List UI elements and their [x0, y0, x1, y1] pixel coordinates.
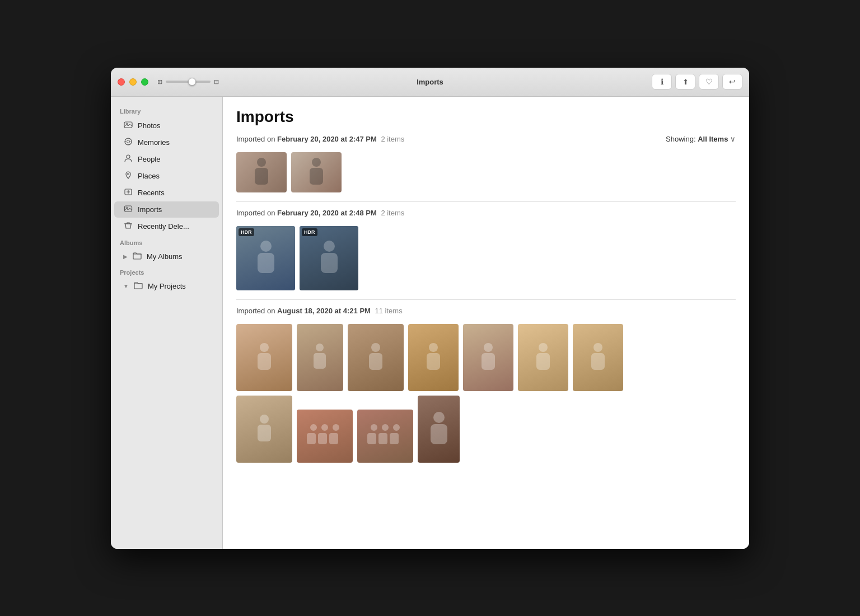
svg-rect-34 — [591, 353, 605, 370]
import-group-1-date: February 20, 2020 at 2:47 PM — [277, 135, 377, 143]
app-window: ⊞ ⊟ Imports ℹ ⬆ ♡ ↩ Library — [111, 68, 749, 549]
share-button[interactable]: ⬆ — [675, 74, 695, 90]
sidebar-item-places[interactable]: Places — [114, 168, 219, 184]
svg-rect-42 — [329, 433, 338, 444]
svg-point-44 — [382, 424, 389, 431]
svg-point-13 — [257, 158, 266, 167]
svg-point-31 — [539, 343, 548, 352]
photo-thumb[interactable] — [297, 410, 353, 463]
svg-rect-41 — [318, 433, 327, 444]
albums-section-label: Albums — [111, 235, 222, 248]
maximize-button[interactable] — [141, 78, 148, 86]
svg-point-25 — [371, 343, 380, 352]
svg-rect-30 — [482, 353, 495, 370]
favorite-button[interactable]: ♡ — [699, 74, 719, 90]
projects-section-label: Projects — [111, 265, 222, 278]
showing-value: All Items — [698, 135, 728, 143]
main-content: Imports Imported on February 20, 2020 at… — [223, 97, 749, 549]
svg-rect-48 — [390, 433, 399, 444]
svg-rect-24 — [314, 353, 326, 369]
svg-point-1 — [126, 123, 128, 125]
svg-rect-26 — [369, 353, 382, 370]
photo-thumb[interactable] — [291, 152, 342, 192]
window-title: Imports — [417, 78, 443, 86]
heart-icon: ♡ — [705, 77, 713, 86]
import-group-2: Imported on February 20, 2020 at 2:48 PM… — [236, 209, 736, 290]
my-projects-arrow: ▼ — [123, 283, 129, 289]
slider-thumb[interactable] — [188, 78, 196, 86]
svg-rect-18 — [258, 253, 274, 273]
import-group-2-date-prefix: Imported on — [236, 209, 277, 217]
svg-point-39 — [333, 424, 339, 431]
svg-point-8 — [127, 155, 130, 158]
places-icon — [123, 171, 133, 181]
info-button[interactable]: ℹ — [652, 74, 672, 90]
photo-thumb[interactable] — [573, 324, 623, 391]
svg-rect-36 — [258, 425, 271, 441]
svg-point-43 — [371, 424, 377, 431]
photo-thumb[interactable] — [236, 152, 287, 192]
svg-rect-14 — [255, 168, 268, 185]
svg-point-9 — [128, 173, 129, 175]
photo-thumb[interactable]: HDR — [300, 226, 358, 290]
my-albums-icon — [132, 252, 142, 261]
import-group-1: Imported on February 20, 2020 at 2:47 PM… — [236, 135, 736, 192]
sidebar-item-imports[interactable]: Imports — [114, 201, 219, 218]
slider-track[interactable] — [166, 81, 211, 83]
photo-thumb[interactable] — [357, 410, 413, 463]
rotate-button[interactable]: ↩ — [722, 74, 742, 90]
import-group-1-photos — [236, 152, 736, 192]
svg-rect-46 — [367, 433, 376, 444]
share-icon: ⬆ — [683, 78, 689, 86]
svg-point-19 — [324, 241, 335, 252]
import-group-1-count: 2 items — [381, 135, 404, 143]
photo-thumb[interactable] — [418, 396, 460, 463]
svg-point-15 — [312, 158, 321, 167]
hdr-badge: HDR — [239, 228, 254, 236]
sidebar-item-recently-deleted[interactable]: Recently Dele... — [114, 218, 219, 234]
zoom-out-icon: ⊞ — [157, 78, 162, 86]
zoom-in-icon: ⊟ — [214, 78, 219, 86]
library-section-label: Library — [111, 104, 222, 117]
import-group-3-count: 11 items — [375, 307, 403, 315]
photos-icon — [123, 120, 133, 131]
import-group-3-row1 — [236, 324, 736, 391]
svg-point-45 — [393, 424, 400, 431]
svg-point-49 — [433, 412, 445, 423]
import-group-1-header: Imported on February 20, 2020 at 2:47 PM… — [236, 135, 736, 147]
recents-label: Recents — [138, 189, 165, 197]
photo-thumb[interactable] — [236, 324, 292, 391]
svg-point-29 — [484, 343, 493, 352]
svg-point-12 — [126, 207, 128, 209]
info-icon: ℹ — [661, 77, 663, 86]
import-group-1-date-prefix: Imported on — [236, 135, 277, 143]
photo-thumb[interactable] — [348, 324, 404, 391]
import-group-2-photos: HDR HDR — [236, 226, 736, 290]
photo-thumb[interactable] — [463, 324, 513, 391]
divider-2 — [236, 299, 736, 300]
photo-thumb[interactable] — [518, 324, 568, 391]
sidebar-item-my-albums[interactable]: ▶ My Albums — [114, 249, 219, 264]
sidebar-item-memories[interactable]: Memories — [114, 134, 219, 151]
zoom-slider[interactable]: ⊞ ⊟ — [157, 78, 219, 86]
photo-thumb[interactable] — [236, 396, 292, 463]
showing-control[interactable]: Showing: All Items ∨ — [666, 135, 736, 143]
svg-point-33 — [593, 343, 602, 352]
svg-rect-16 — [310, 168, 323, 185]
titlebar: ⊞ ⊟ Imports ℹ ⬆ ♡ ↩ — [111, 68, 749, 97]
sidebar-item-people[interactable]: People — [114, 151, 219, 167]
minimize-button[interactable] — [129, 78, 137, 86]
places-label: Places — [138, 172, 160, 180]
photo-thumb[interactable]: HDR — [236, 226, 295, 290]
sidebar-item-photos[interactable]: Photos — [114, 117, 219, 134]
close-button[interactable] — [118, 78, 125, 86]
trash-icon — [123, 221, 133, 232]
my-albums-arrow: ▶ — [123, 253, 128, 260]
photo-thumb[interactable] — [297, 324, 343, 391]
photo-thumb[interactable] — [408, 324, 459, 391]
sidebar-item-recents[interactable]: Recents — [114, 185, 219, 201]
svg-rect-0 — [124, 122, 132, 128]
rotate-icon: ↩ — [729, 77, 736, 86]
sidebar-item-my-projects[interactable]: ▼ My Projects — [114, 279, 219, 294]
svg-point-27 — [429, 343, 438, 352]
